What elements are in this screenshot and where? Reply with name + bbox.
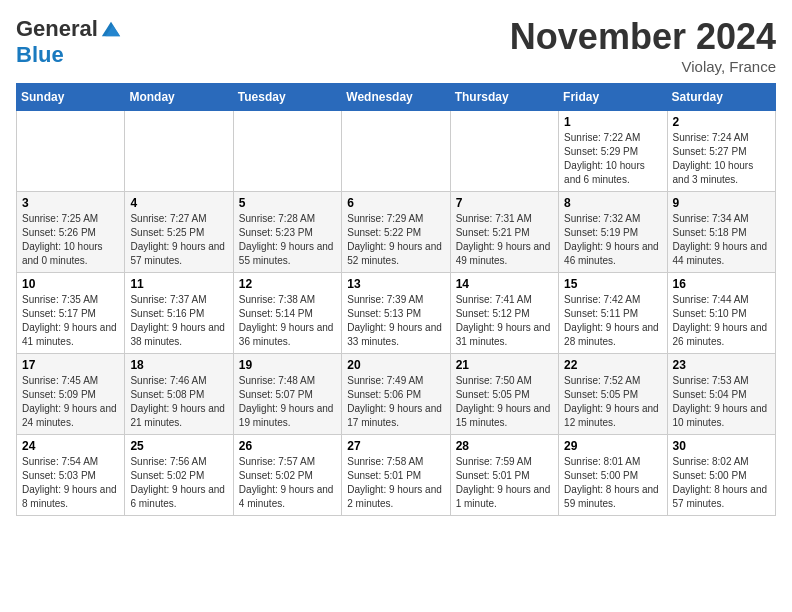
day-number: 12 <box>239 277 336 291</box>
calendar-cell: 17Sunrise: 7:45 AM Sunset: 5:09 PM Dayli… <box>17 354 125 435</box>
calendar-cell <box>125 111 233 192</box>
day-info: Sunrise: 7:44 AM Sunset: 5:10 PM Dayligh… <box>673 293 770 349</box>
day-number: 19 <box>239 358 336 372</box>
day-number: 29 <box>564 439 661 453</box>
day-info: Sunrise: 8:02 AM Sunset: 5:00 PM Dayligh… <box>673 455 770 511</box>
calendar-cell: 13Sunrise: 7:39 AM Sunset: 5:13 PM Dayli… <box>342 273 450 354</box>
day-info: Sunrise: 7:49 AM Sunset: 5:06 PM Dayligh… <box>347 374 444 430</box>
day-number: 16 <box>673 277 770 291</box>
calendar-cell: 8Sunrise: 7:32 AM Sunset: 5:19 PM Daylig… <box>559 192 667 273</box>
day-number: 11 <box>130 277 227 291</box>
calendar-cell: 3Sunrise: 7:25 AM Sunset: 5:26 PM Daylig… <box>17 192 125 273</box>
weekday-header-sunday: Sunday <box>17 84 125 111</box>
day-number: 17 <box>22 358 119 372</box>
day-info: Sunrise: 7:22 AM Sunset: 5:29 PM Dayligh… <box>564 131 661 187</box>
day-info: Sunrise: 7:28 AM Sunset: 5:23 PM Dayligh… <box>239 212 336 268</box>
calendar-cell: 15Sunrise: 7:42 AM Sunset: 5:11 PM Dayli… <box>559 273 667 354</box>
calendar-cell: 4Sunrise: 7:27 AM Sunset: 5:25 PM Daylig… <box>125 192 233 273</box>
day-number: 6 <box>347 196 444 210</box>
calendar-cell: 24Sunrise: 7:54 AM Sunset: 5:03 PM Dayli… <box>17 435 125 516</box>
calendar-cell: 29Sunrise: 8:01 AM Sunset: 5:00 PM Dayli… <box>559 435 667 516</box>
day-number: 26 <box>239 439 336 453</box>
day-number: 23 <box>673 358 770 372</box>
day-number: 4 <box>130 196 227 210</box>
day-info: Sunrise: 7:32 AM Sunset: 5:19 PM Dayligh… <box>564 212 661 268</box>
calendar-cell: 7Sunrise: 7:31 AM Sunset: 5:21 PM Daylig… <box>450 192 558 273</box>
day-number: 24 <box>22 439 119 453</box>
day-info: Sunrise: 7:29 AM Sunset: 5:22 PM Dayligh… <box>347 212 444 268</box>
day-info: Sunrise: 7:31 AM Sunset: 5:21 PM Dayligh… <box>456 212 553 268</box>
day-info: Sunrise: 7:38 AM Sunset: 5:14 PM Dayligh… <box>239 293 336 349</box>
day-number: 1 <box>564 115 661 129</box>
day-info: Sunrise: 7:48 AM Sunset: 5:07 PM Dayligh… <box>239 374 336 430</box>
calendar-week-5: 24Sunrise: 7:54 AM Sunset: 5:03 PM Dayli… <box>17 435 776 516</box>
day-number: 5 <box>239 196 336 210</box>
day-info: Sunrise: 7:52 AM Sunset: 5:05 PM Dayligh… <box>564 374 661 430</box>
calendar-cell: 1Sunrise: 7:22 AM Sunset: 5:29 PM Daylig… <box>559 111 667 192</box>
day-info: Sunrise: 7:35 AM Sunset: 5:17 PM Dayligh… <box>22 293 119 349</box>
calendar-cell: 21Sunrise: 7:50 AM Sunset: 5:05 PM Dayli… <box>450 354 558 435</box>
month-title: November 2024 <box>510 16 776 58</box>
day-number: 18 <box>130 358 227 372</box>
day-info: Sunrise: 7:59 AM Sunset: 5:01 PM Dayligh… <box>456 455 553 511</box>
calendar-cell: 5Sunrise: 7:28 AM Sunset: 5:23 PM Daylig… <box>233 192 341 273</box>
day-info: Sunrise: 7:46 AM Sunset: 5:08 PM Dayligh… <box>130 374 227 430</box>
day-number: 20 <box>347 358 444 372</box>
weekday-header-monday: Monday <box>125 84 233 111</box>
day-info: Sunrise: 7:24 AM Sunset: 5:27 PM Dayligh… <box>673 131 770 187</box>
day-info: Sunrise: 7:54 AM Sunset: 5:03 PM Dayligh… <box>22 455 119 511</box>
day-number: 9 <box>673 196 770 210</box>
calendar-cell: 22Sunrise: 7:52 AM Sunset: 5:05 PM Dayli… <box>559 354 667 435</box>
calendar-cell: 11Sunrise: 7:37 AM Sunset: 5:16 PM Dayli… <box>125 273 233 354</box>
day-info: Sunrise: 7:41 AM Sunset: 5:12 PM Dayligh… <box>456 293 553 349</box>
calendar-cell: 27Sunrise: 7:58 AM Sunset: 5:01 PM Dayli… <box>342 435 450 516</box>
day-number: 21 <box>456 358 553 372</box>
calendar-cell: 14Sunrise: 7:41 AM Sunset: 5:12 PM Dayli… <box>450 273 558 354</box>
day-number: 13 <box>347 277 444 291</box>
day-number: 3 <box>22 196 119 210</box>
day-info: Sunrise: 7:27 AM Sunset: 5:25 PM Dayligh… <box>130 212 227 268</box>
weekday-header-wednesday: Wednesday <box>342 84 450 111</box>
day-info: Sunrise: 7:53 AM Sunset: 5:04 PM Dayligh… <box>673 374 770 430</box>
day-info: Sunrise: 7:34 AM Sunset: 5:18 PM Dayligh… <box>673 212 770 268</box>
calendar-table: SundayMondayTuesdayWednesdayThursdayFrid… <box>16 83 776 516</box>
day-number: 28 <box>456 439 553 453</box>
calendar-cell: 25Sunrise: 7:56 AM Sunset: 5:02 PM Dayli… <box>125 435 233 516</box>
calendar-week-3: 10Sunrise: 7:35 AM Sunset: 5:17 PM Dayli… <box>17 273 776 354</box>
calendar-cell: 19Sunrise: 7:48 AM Sunset: 5:07 PM Dayli… <box>233 354 341 435</box>
day-info: Sunrise: 7:58 AM Sunset: 5:01 PM Dayligh… <box>347 455 444 511</box>
day-number: 7 <box>456 196 553 210</box>
day-number: 22 <box>564 358 661 372</box>
calendar-cell: 9Sunrise: 7:34 AM Sunset: 5:18 PM Daylig… <box>667 192 775 273</box>
calendar-cell <box>233 111 341 192</box>
calendar-cell: 30Sunrise: 8:02 AM Sunset: 5:00 PM Dayli… <box>667 435 775 516</box>
calendar-cell: 28Sunrise: 7:59 AM Sunset: 5:01 PM Dayli… <box>450 435 558 516</box>
calendar-cell <box>17 111 125 192</box>
weekday-header-thursday: Thursday <box>450 84 558 111</box>
calendar-week-1: 1Sunrise: 7:22 AM Sunset: 5:29 PM Daylig… <box>17 111 776 192</box>
day-info: Sunrise: 7:37 AM Sunset: 5:16 PM Dayligh… <box>130 293 227 349</box>
weekday-header-row: SundayMondayTuesdayWednesdayThursdayFrid… <box>17 84 776 111</box>
day-info: Sunrise: 8:01 AM Sunset: 5:00 PM Dayligh… <box>564 455 661 511</box>
logo: General Blue <box>16 16 122 68</box>
day-info: Sunrise: 7:56 AM Sunset: 5:02 PM Dayligh… <box>130 455 227 511</box>
page-header: General Blue November 2024 Violay, Franc… <box>16 16 776 75</box>
title-block: November 2024 Violay, France <box>510 16 776 75</box>
location: Violay, France <box>510 58 776 75</box>
day-number: 2 <box>673 115 770 129</box>
day-number: 30 <box>673 439 770 453</box>
weekday-header-tuesday: Tuesday <box>233 84 341 111</box>
weekday-header-saturday: Saturday <box>667 84 775 111</box>
logo-icon <box>100 18 122 40</box>
calendar-cell <box>450 111 558 192</box>
logo-blue-text: Blue <box>16 42 64 67</box>
day-number: 10 <box>22 277 119 291</box>
day-number: 25 <box>130 439 227 453</box>
calendar-cell: 26Sunrise: 7:57 AM Sunset: 5:02 PM Dayli… <box>233 435 341 516</box>
logo-general-text: General <box>16 16 98 42</box>
calendar-cell: 20Sunrise: 7:49 AM Sunset: 5:06 PM Dayli… <box>342 354 450 435</box>
day-info: Sunrise: 7:50 AM Sunset: 5:05 PM Dayligh… <box>456 374 553 430</box>
calendar-cell: 18Sunrise: 7:46 AM Sunset: 5:08 PM Dayli… <box>125 354 233 435</box>
day-info: Sunrise: 7:25 AM Sunset: 5:26 PM Dayligh… <box>22 212 119 268</box>
day-info: Sunrise: 7:57 AM Sunset: 5:02 PM Dayligh… <box>239 455 336 511</box>
